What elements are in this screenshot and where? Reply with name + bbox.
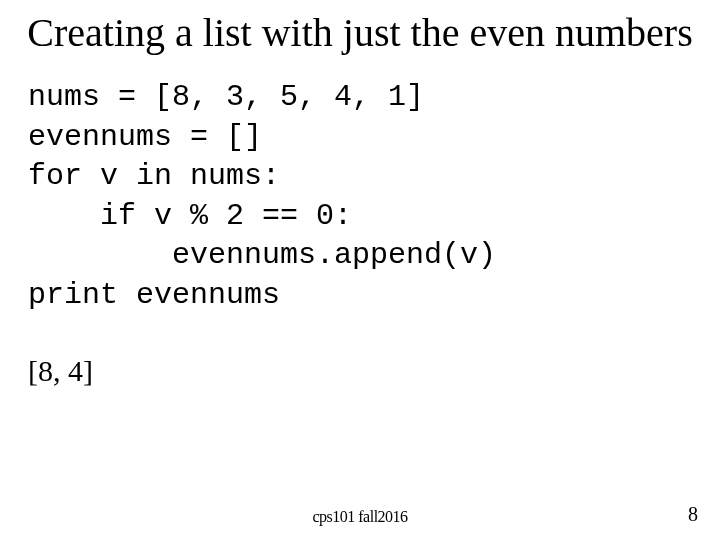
slide-title: Creating a list with just the even numbe…	[0, 0, 720, 56]
output-text: [8, 4]	[0, 316, 720, 388]
slide-number: 8	[688, 503, 698, 526]
slide: Creating a list with just the even numbe…	[0, 0, 720, 540]
footer-course: cps101 fall2016	[0, 508, 720, 526]
code-block: nums = [8, 3, 5, 4, 1] evennums = [] for…	[0, 56, 720, 316]
